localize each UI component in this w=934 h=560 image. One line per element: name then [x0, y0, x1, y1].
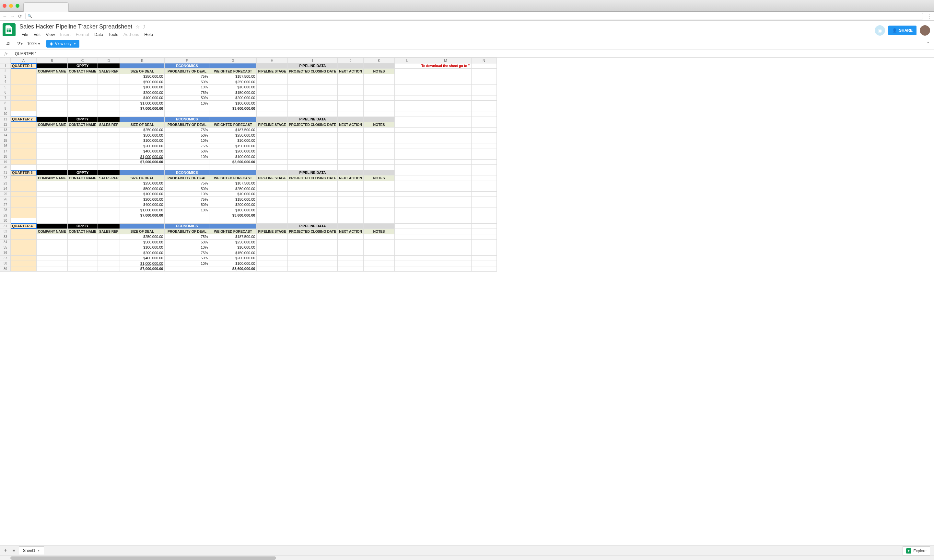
- cell-B29[interactable]: [37, 213, 68, 218]
- cell-E27[interactable]: $400,000.00: [120, 202, 165, 208]
- cell-G14[interactable]: $250,000.00: [209, 133, 257, 138]
- cell-H3[interactable]: [257, 74, 287, 79]
- cell-I18[interactable]: [287, 154, 338, 160]
- cell-H4[interactable]: [257, 79, 287, 85]
- cell-B5[interactable]: [37, 85, 68, 90]
- cell-L16[interactable]: [395, 143, 420, 149]
- cell-N37[interactable]: [471, 255, 497, 261]
- cell-K5[interactable]: [364, 85, 395, 90]
- row-header-20[interactable]: 20: [0, 165, 11, 170]
- cell-I29[interactable]: [287, 213, 338, 218]
- browser-tab[interactable]: [23, 2, 69, 12]
- cell-I30[interactable]: [287, 218, 338, 224]
- cell-E21[interactable]: [120, 170, 165, 175]
- cell-F29[interactable]: [165, 213, 209, 218]
- cell-I8[interactable]: [287, 101, 338, 106]
- cell-H18[interactable]: [257, 154, 287, 160]
- cell-B8[interactable]: [37, 101, 68, 106]
- cell-C34[interactable]: [67, 240, 97, 245]
- cell-N19[interactable]: [471, 159, 497, 165]
- cell-F12[interactable]: PROBABILITY OF DEAL: [165, 122, 209, 128]
- cell-C14[interactable]: [67, 133, 97, 138]
- cell-H29[interactable]: [257, 213, 287, 218]
- cell-L1[interactable]: [395, 63, 420, 69]
- row-header-12[interactable]: 12: [0, 122, 11, 128]
- cell-J15[interactable]: [338, 138, 364, 143]
- cell-N17[interactable]: [471, 149, 497, 154]
- cell-J35[interactable]: [338, 245, 364, 250]
- cell-E8[interactable]: $1,000,000.00: [120, 101, 165, 106]
- cell-K36[interactable]: [364, 250, 395, 256]
- cell-N24[interactable]: [471, 186, 497, 192]
- cell-F17[interactable]: 50%: [165, 149, 209, 154]
- cell-N36[interactable]: [471, 250, 497, 256]
- cell-L11[interactable]: [395, 117, 420, 122]
- cell-L7[interactable]: [395, 95, 420, 101]
- cell-D3[interactable]: [97, 74, 120, 79]
- corner-cell[interactable]: [0, 58, 11, 63]
- document-title[interactable]: Sales Hacker Pipeline Tracker Spreadshee…: [19, 23, 132, 30]
- cell-L23[interactable]: [395, 181, 420, 186]
- cell-D30[interactable]: [97, 218, 120, 224]
- cell-H21[interactable]: [257, 170, 287, 175]
- cell-K4[interactable]: [364, 79, 395, 85]
- cell-K13[interactable]: [364, 127, 395, 133]
- cell-E17[interactable]: $400,000.00: [120, 149, 165, 154]
- cell-F14[interactable]: 50%: [165, 133, 209, 138]
- cell-G12[interactable]: WEIGHTED FORECAST: [209, 122, 257, 128]
- cell-K31[interactable]: [364, 223, 395, 229]
- cell-H20[interactable]: [257, 165, 287, 170]
- cell-G38[interactable]: $100,000.00: [209, 261, 257, 266]
- address-field[interactable]: 🔍: [25, 13, 923, 19]
- cell-F19[interactable]: [165, 159, 209, 165]
- cell-G19[interactable]: $3,600,000.00: [209, 159, 257, 165]
- cell-A25[interactable]: [11, 191, 37, 197]
- row-header-11[interactable]: 11: [0, 117, 11, 122]
- cell-J29[interactable]: [338, 213, 364, 218]
- cell-G11[interactable]: [209, 117, 257, 122]
- cell-C9[interactable]: [67, 106, 97, 111]
- cell-J19[interactable]: [338, 159, 364, 165]
- cell-L6[interactable]: [395, 90, 420, 95]
- cell-B26[interactable]: [37, 197, 68, 202]
- cell-B9[interactable]: [37, 106, 68, 111]
- cell-D4[interactable]: [97, 79, 120, 85]
- cell-F33[interactable]: 75%: [165, 234, 209, 240]
- col-header-L[interactable]: L: [395, 58, 420, 63]
- reload-icon[interactable]: ⟳: [18, 14, 22, 19]
- cell-L36[interactable]: [395, 250, 420, 256]
- cell-I12[interactable]: PROJECTED CLOSING DATE: [287, 122, 338, 128]
- cell-J8[interactable]: [338, 101, 364, 106]
- cell-J26[interactable]: [338, 197, 364, 202]
- cell-B23[interactable]: [37, 181, 68, 186]
- cell-C39[interactable]: [67, 266, 97, 272]
- cell-L28[interactable]: [395, 208, 420, 213]
- cell-J34[interactable]: [338, 240, 364, 245]
- cell-E19[interactable]: $7,000,000.00: [120, 159, 165, 165]
- cell-G25[interactable]: $10,000.00: [209, 191, 257, 197]
- cell-B1[interactable]: [37, 63, 68, 69]
- cell-B39[interactable]: [37, 266, 68, 272]
- cell-B34[interactable]: [37, 240, 68, 245]
- cell-E30[interactable]: [120, 218, 165, 224]
- cell-M20[interactable]: [420, 165, 471, 170]
- cell-D19[interactable]: [97, 159, 120, 165]
- cell-J17[interactable]: [338, 149, 364, 154]
- cell-I25[interactable]: [287, 191, 338, 197]
- menu-tools[interactable]: Tools: [106, 31, 120, 38]
- cell-H7[interactable]: [257, 95, 287, 101]
- cell-E16[interactable]: $200,000.00: [120, 143, 165, 149]
- cell-K17[interactable]: [364, 149, 395, 154]
- cell-K26[interactable]: [364, 197, 395, 202]
- row-header-31[interactable]: 31: [0, 223, 11, 229]
- cell-B3[interactable]: [37, 74, 68, 79]
- cell-H2[interactable]: PIPELINE STAGE: [257, 69, 287, 74]
- cell-J33[interactable]: [338, 234, 364, 240]
- cell-K32[interactable]: NOTES: [364, 229, 395, 234]
- cell-N21[interactable]: [471, 170, 497, 175]
- cell-E12[interactable]: SIZE OF DEAL: [120, 122, 165, 128]
- cell-B14[interactable]: [37, 133, 68, 138]
- cell-M36[interactable]: [420, 250, 471, 256]
- cell-H11[interactable]: [257, 117, 287, 122]
- cell-B6[interactable]: [37, 90, 68, 95]
